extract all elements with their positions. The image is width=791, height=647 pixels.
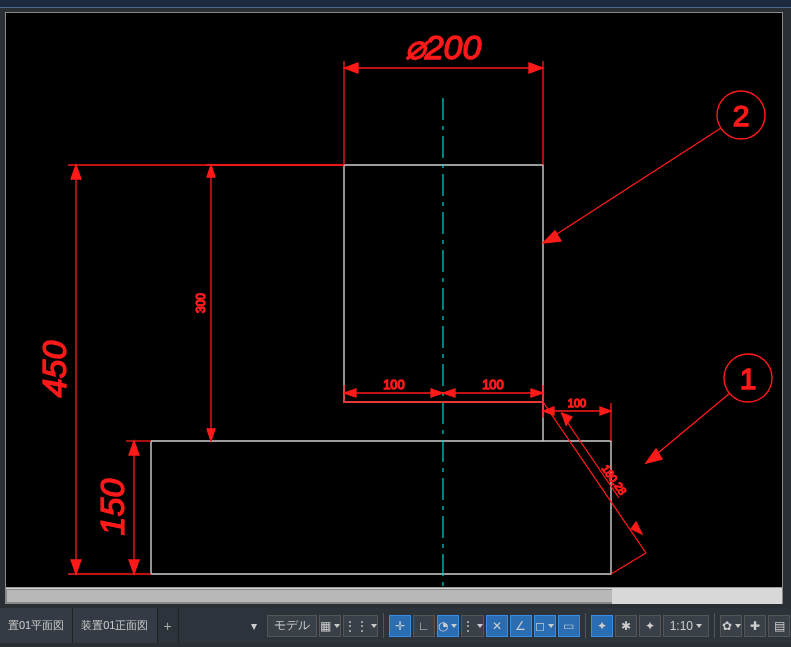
lineweight-icon: ▭ bbox=[563, 619, 574, 633]
svg-marker-31 bbox=[600, 407, 611, 415]
chevron-down-icon bbox=[696, 624, 702, 628]
model-space-button[interactable]: モデル bbox=[267, 615, 317, 637]
svg-marker-23 bbox=[344, 389, 356, 397]
otrack-icon: ✕ bbox=[492, 619, 502, 633]
osnap-icon: ∠ bbox=[515, 619, 526, 633]
status-bar: 置01平面図 装置01正面図 + ▾ モデル ▦ ⋮⋮ ✛ ∟ ◔ ⋮ ✕ ∠ … bbox=[0, 608, 791, 643]
balloon-1: 1 bbox=[646, 354, 772, 463]
2dosnap-toggle[interactable]: ◻ bbox=[534, 615, 556, 637]
dimensions: ⌀200 450 150 bbox=[35, 28, 646, 574]
chevron-down-icon bbox=[548, 624, 554, 628]
add-button[interactable]: ✚ bbox=[744, 615, 766, 637]
svg-marker-26 bbox=[531, 389, 543, 397]
title-bar bbox=[0, 0, 791, 8]
chevron-down-icon bbox=[451, 624, 457, 628]
chevron-down-icon: ▾ bbox=[251, 619, 257, 633]
dim-chamfer-w: 100 bbox=[568, 397, 586, 409]
part-outline bbox=[151, 165, 611, 574]
snap-toggle[interactable]: ✛ bbox=[389, 615, 411, 637]
a-icon: ✱ bbox=[621, 619, 631, 633]
svg-marker-17 bbox=[207, 429, 215, 441]
anno-scale-dropdown[interactable]: 1:10 bbox=[663, 615, 709, 637]
dim-height-total-value: 450 bbox=[35, 341, 73, 398]
grid-icon: ▦ bbox=[320, 619, 331, 633]
ortho-toggle[interactable]: ∟ bbox=[413, 615, 435, 637]
grid-toggle[interactable]: ▦ bbox=[319, 615, 341, 637]
plus-icon: ✚ bbox=[750, 619, 760, 633]
scrollbar-track-end bbox=[612, 588, 782, 604]
dim-height-cyl-value: 300 bbox=[194, 293, 208, 313]
tab-label: 装置01正面図 bbox=[81, 618, 148, 633]
lineweight-toggle[interactable]: ▭ bbox=[558, 615, 580, 637]
balloon-1-num: 1 bbox=[740, 362, 757, 395]
2dosnap-icon: ◻ bbox=[535, 619, 545, 633]
otrack-toggle[interactable]: ✕ bbox=[486, 615, 508, 637]
more-button[interactable]: ▤ bbox=[768, 615, 790, 637]
plus-icon: + bbox=[164, 618, 172, 634]
balloon-2-num: 2 bbox=[733, 99, 750, 132]
dim-height-base-value: 150 bbox=[93, 479, 131, 536]
settings-button[interactable]: ✿ bbox=[720, 615, 742, 637]
dim-chamfer-len: 180.28 bbox=[543, 402, 646, 574]
dim-half-right: 100 bbox=[482, 377, 504, 392]
svg-marker-4 bbox=[344, 63, 358, 73]
model-label: モデル bbox=[274, 617, 310, 634]
layout-tabs: 置01平面図 装置01正面図 + bbox=[0, 608, 179, 643]
chevron-down-icon bbox=[371, 624, 377, 628]
a2-icon: ✦ bbox=[645, 619, 655, 633]
drawing-area[interactable]: ⌀200 450 150 bbox=[0, 8, 791, 608]
chevron-down-icon bbox=[334, 624, 340, 628]
svg-line-34 bbox=[611, 553, 646, 574]
svg-line-32 bbox=[543, 402, 646, 553]
chevron-down-icon bbox=[735, 624, 741, 628]
add-tab-button[interactable]: + bbox=[158, 608, 179, 643]
dim-height-total: 450 bbox=[35, 165, 344, 574]
snap-icon: ✛ bbox=[395, 619, 405, 633]
scrollbar-thumb[interactable] bbox=[6, 589, 616, 603]
osnap-toggle[interactable]: ∠ bbox=[510, 615, 532, 637]
polar-toggle[interactable]: ◔ bbox=[437, 615, 459, 637]
isodraft-toggle[interactable]: ⋮ bbox=[461, 615, 484, 637]
svg-marker-5 bbox=[529, 63, 543, 73]
scale-label: 1:10 bbox=[670, 619, 693, 633]
model-canvas[interactable]: ⌀200 450 150 bbox=[5, 12, 783, 604]
tab-plan-view[interactable]: 置01平面図 bbox=[0, 608, 73, 643]
svg-marker-25 bbox=[443, 389, 455, 397]
svg-marker-14 bbox=[129, 560, 139, 574]
iso-icon: ⋮ bbox=[462, 619, 474, 633]
dim-diameter-value: ⌀200 bbox=[405, 28, 482, 66]
dim-height-base: 150 bbox=[93, 441, 151, 574]
svg-marker-9 bbox=[71, 165, 81, 179]
dots-icon: ⋮⋮ bbox=[344, 619, 368, 633]
horizontal-scrollbar[interactable] bbox=[6, 587, 782, 603]
cad-drawing: ⌀200 450 150 bbox=[6, 13, 784, 605]
balloon-2: 2 bbox=[543, 91, 765, 243]
tab-label: 置01平面図 bbox=[8, 618, 64, 633]
dim-height-cylinder: 300 bbox=[194, 165, 344, 441]
svg-marker-36 bbox=[631, 522, 642, 534]
person-icon: ✦ bbox=[597, 619, 607, 633]
angle-icon: ∟ bbox=[418, 619, 430, 633]
more-icon: ▤ bbox=[774, 619, 785, 633]
svg-marker-35 bbox=[562, 413, 572, 425]
a2-button[interactable]: ✦ bbox=[639, 615, 661, 637]
gear-icon: ✿ bbox=[722, 619, 732, 633]
history-dropdown[interactable]: ▾ bbox=[243, 615, 265, 637]
dim-chamfer-horiz: 100 bbox=[543, 397, 611, 441]
svg-marker-10 bbox=[71, 560, 81, 574]
tab-front-view[interactable]: 装置01正面図 bbox=[73, 608, 157, 643]
svg-marker-13 bbox=[129, 441, 139, 455]
polar-icon: ◔ bbox=[438, 619, 448, 633]
svg-line-38 bbox=[543, 128, 721, 243]
dots-menu[interactable]: ⋮⋮ bbox=[343, 615, 378, 637]
a1-button[interactable]: ✱ bbox=[615, 615, 637, 637]
svg-marker-16 bbox=[207, 165, 215, 177]
dim-half-left: 100 bbox=[383, 377, 405, 392]
ucs-toggle[interactable]: ✦ bbox=[591, 615, 613, 637]
chevron-down-icon bbox=[477, 624, 483, 628]
